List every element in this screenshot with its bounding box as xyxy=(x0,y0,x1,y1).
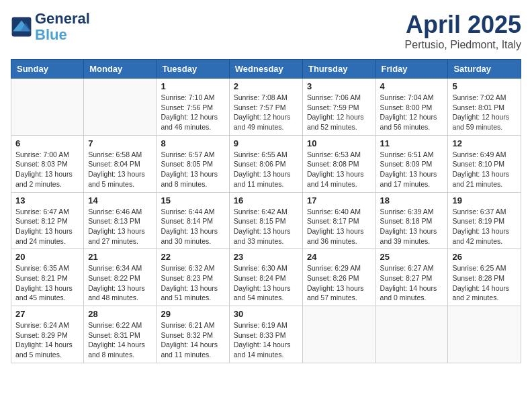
day-info: Sunrise: 6:55 AM Sunset: 8:06 PM Dayligh… xyxy=(234,150,298,189)
calendar-cell xyxy=(302,306,375,363)
day-number: 25 xyxy=(380,252,444,262)
day-info: Sunrise: 7:06 AM Sunset: 7:59 PM Dayligh… xyxy=(307,93,371,132)
logo-icon xyxy=(11,16,32,38)
day-number: 23 xyxy=(234,252,298,262)
day-info: Sunrise: 6:25 AM Sunset: 8:28 PM Dayligh… xyxy=(452,263,517,303)
calendar-table: SundayMondayTuesdayWednesdayThursdayFrid… xyxy=(11,59,521,363)
day-info: Sunrise: 6:40 AM Sunset: 8:17 PM Dayligh… xyxy=(307,207,371,246)
calendar-cell: 14Sunrise: 6:46 AM Sunset: 8:13 PM Dayli… xyxy=(84,192,157,249)
calendar-cell: 23Sunrise: 6:30 AM Sunset: 8:24 PM Dayli… xyxy=(229,249,302,306)
week-row-5: 27Sunrise: 6:24 AM Sunset: 8:29 PM Dayli… xyxy=(11,306,521,363)
day-number: 24 xyxy=(307,252,371,262)
location: Pertusio, Piedmont, Italy xyxy=(405,39,521,51)
day-info: Sunrise: 6:58 AM Sunset: 8:04 PM Dayligh… xyxy=(88,150,152,189)
day-number: 12 xyxy=(452,138,517,148)
weekday-header-monday: Monday xyxy=(84,60,157,79)
day-info: Sunrise: 6:22 AM Sunset: 8:31 PM Dayligh… xyxy=(88,320,152,360)
day-number: 18 xyxy=(380,195,444,205)
day-number: 27 xyxy=(15,309,79,319)
calendar-cell: 10Sunrise: 6:53 AM Sunset: 8:08 PM Dayli… xyxy=(302,135,375,192)
day-number: 30 xyxy=(234,309,298,319)
weekday-header-thursday: Thursday xyxy=(302,60,375,79)
weekday-header-row: SundayMondayTuesdayWednesdayThursdayFrid… xyxy=(11,60,521,79)
day-number: 6 xyxy=(15,138,79,148)
calendar-cell: 28Sunrise: 6:22 AM Sunset: 8:31 PM Dayli… xyxy=(84,306,157,363)
weekday-header-friday: Friday xyxy=(375,60,448,79)
week-row-2: 6Sunrise: 7:00 AM Sunset: 8:03 PM Daylig… xyxy=(11,135,521,192)
calendar-cell: 15Sunrise: 6:44 AM Sunset: 8:14 PM Dayli… xyxy=(157,192,229,249)
day-number: 13 xyxy=(15,195,79,205)
calendar-cell: 9Sunrise: 6:55 AM Sunset: 8:06 PM Daylig… xyxy=(229,135,302,192)
day-info: Sunrise: 6:47 AM Sunset: 8:12 PM Dayligh… xyxy=(15,207,79,246)
week-row-1: 1Sunrise: 7:10 AM Sunset: 7:56 PM Daylig… xyxy=(11,79,521,136)
weekday-header-tuesday: Tuesday xyxy=(157,60,229,79)
day-info: Sunrise: 6:24 AM Sunset: 8:29 PM Dayligh… xyxy=(15,320,79,360)
day-number: 4 xyxy=(380,81,444,91)
day-number: 10 xyxy=(307,138,371,148)
calendar-cell xyxy=(11,79,84,136)
day-number: 29 xyxy=(161,309,224,319)
day-number: 17 xyxy=(307,195,371,205)
day-info: Sunrise: 6:21 AM Sunset: 8:32 PM Dayligh… xyxy=(161,320,224,360)
day-info: Sunrise: 6:19 AM Sunset: 8:33 PM Dayligh… xyxy=(234,320,298,360)
day-info: Sunrise: 7:04 AM Sunset: 8:00 PM Dayligh… xyxy=(380,93,444,132)
day-number: 11 xyxy=(380,138,444,148)
calendar-cell: 16Sunrise: 6:42 AM Sunset: 8:15 PM Dayli… xyxy=(229,192,302,249)
calendar-cell: 7Sunrise: 6:58 AM Sunset: 8:04 PM Daylig… xyxy=(84,135,157,192)
calendar-cell: 6Sunrise: 7:00 AM Sunset: 8:03 PM Daylig… xyxy=(11,135,84,192)
calendar-cell xyxy=(375,306,448,363)
calendar-cell xyxy=(448,306,521,363)
calendar-cell: 24Sunrise: 6:29 AM Sunset: 8:26 PM Dayli… xyxy=(302,249,375,306)
day-number: 2 xyxy=(234,81,298,91)
calendar-cell: 3Sunrise: 7:06 AM Sunset: 7:59 PM Daylig… xyxy=(302,79,375,136)
weekday-header-wednesday: Wednesday xyxy=(229,60,302,79)
day-number: 20 xyxy=(15,252,79,262)
calendar-cell: 22Sunrise: 6:32 AM Sunset: 8:23 PM Dayli… xyxy=(157,249,229,306)
day-info: Sunrise: 7:10 AM Sunset: 7:56 PM Dayligh… xyxy=(161,93,224,132)
calendar-cell: 1Sunrise: 7:10 AM Sunset: 7:56 PM Daylig… xyxy=(157,79,229,136)
day-number: 3 xyxy=(307,81,371,91)
calendar-cell: 5Sunrise: 7:02 AM Sunset: 8:01 PM Daylig… xyxy=(448,79,521,136)
calendar-cell: 20Sunrise: 6:35 AM Sunset: 8:21 PM Dayli… xyxy=(11,249,84,306)
day-number: 22 xyxy=(161,252,224,262)
day-number: 7 xyxy=(88,138,152,148)
day-info: Sunrise: 7:00 AM Sunset: 8:03 PM Dayligh… xyxy=(15,150,79,189)
day-info: Sunrise: 6:35 AM Sunset: 8:21 PM Dayligh… xyxy=(15,263,79,303)
day-number: 1 xyxy=(161,81,224,91)
day-number: 5 xyxy=(452,81,517,91)
day-number: 8 xyxy=(161,138,224,148)
calendar-cell: 18Sunrise: 6:39 AM Sunset: 8:18 PM Dayli… xyxy=(375,192,448,249)
day-number: 21 xyxy=(88,252,152,262)
day-info: Sunrise: 6:51 AM Sunset: 8:09 PM Dayligh… xyxy=(380,150,444,189)
day-info: Sunrise: 6:29 AM Sunset: 8:26 PM Dayligh… xyxy=(307,263,371,303)
calendar-cell: 12Sunrise: 6:49 AM Sunset: 8:10 PM Dayli… xyxy=(448,135,521,192)
day-info: Sunrise: 6:34 AM Sunset: 8:22 PM Dayligh… xyxy=(88,263,152,303)
logo: General Blue xyxy=(11,11,90,43)
day-number: 14 xyxy=(88,195,152,205)
day-number: 19 xyxy=(452,195,517,205)
week-row-3: 13Sunrise: 6:47 AM Sunset: 8:12 PM Dayli… xyxy=(11,192,521,249)
day-info: Sunrise: 6:44 AM Sunset: 8:14 PM Dayligh… xyxy=(161,207,224,246)
calendar-cell xyxy=(84,79,157,136)
day-info: Sunrise: 6:37 AM Sunset: 8:19 PM Dayligh… xyxy=(452,207,517,246)
weekday-header-sunday: Sunday xyxy=(11,60,84,79)
day-info: Sunrise: 6:30 AM Sunset: 8:24 PM Dayligh… xyxy=(234,263,298,303)
calendar-cell: 19Sunrise: 6:37 AM Sunset: 8:19 PM Dayli… xyxy=(448,192,521,249)
page-header: General Blue April 2025 Pertusio, Piedmo… xyxy=(11,11,521,51)
calendar-cell: 26Sunrise: 6:25 AM Sunset: 8:28 PM Dayli… xyxy=(448,249,521,306)
calendar-cell: 17Sunrise: 6:40 AM Sunset: 8:17 PM Dayli… xyxy=(302,192,375,249)
day-info: Sunrise: 6:57 AM Sunset: 8:05 PM Dayligh… xyxy=(161,150,224,189)
day-info: Sunrise: 6:53 AM Sunset: 8:08 PM Dayligh… xyxy=(307,150,371,189)
logo-general: General xyxy=(35,11,90,27)
day-info: Sunrise: 6:39 AM Sunset: 8:18 PM Dayligh… xyxy=(380,207,444,246)
calendar-cell: 13Sunrise: 6:47 AM Sunset: 8:12 PM Dayli… xyxy=(11,192,84,249)
week-row-4: 20Sunrise: 6:35 AM Sunset: 8:21 PM Dayli… xyxy=(11,249,521,306)
calendar-cell: 30Sunrise: 6:19 AM Sunset: 8:33 PM Dayli… xyxy=(229,306,302,363)
calendar-cell: 8Sunrise: 6:57 AM Sunset: 8:05 PM Daylig… xyxy=(157,135,229,192)
day-number: 9 xyxy=(234,138,298,148)
logo-blue: Blue xyxy=(35,26,67,43)
weekday-header-saturday: Saturday xyxy=(448,60,521,79)
day-number: 26 xyxy=(452,252,517,262)
day-number: 16 xyxy=(234,195,298,205)
day-info: Sunrise: 7:08 AM Sunset: 7:57 PM Dayligh… xyxy=(234,93,298,132)
